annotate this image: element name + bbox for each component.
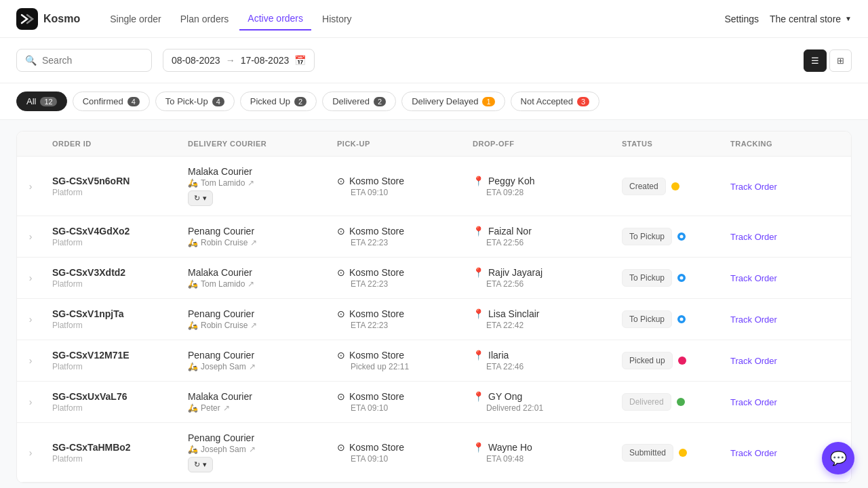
status-dot [677,398,685,406]
nav-plan-orders[interactable]: Plan orders [172,8,237,30]
dropoff-name: 📍 Rajiv Jayaraj [473,267,606,278]
track-order-link[interactable]: Track Order [730,448,777,458]
th-courier: DELIVERY COURIER [180,140,329,148]
courier-person: 🛵 Peter ↗ [188,403,321,413]
filter-tab-topickup[interactable]: To Pick-Up 4 [155,92,235,111]
row-SG-CSxUxVaL76[interactable]: › SG-CSxUxVaL76 Platform Malaka Courier … [17,382,851,422]
row-expand-icon[interactable]: › [17,231,44,242]
track-order-link[interactable]: Track Order [730,314,777,325]
row-expand-icon[interactable]: › [17,181,44,192]
filter-notaccepted-count: 3 [577,97,589,106]
table-row: › SG-CSxV5n6oRN Platform Malaka Courier … [17,157,851,216]
courier-person-icon: 🛵 [188,279,198,289]
list-view-button[interactable]: ☰ [804,49,827,72]
track-order-link[interactable]: Track Order [730,397,777,407]
row-expand-icon[interactable]: › [17,272,44,283]
track-order-link[interactable]: Track Order [730,273,777,283]
row-SG-CSxV4GdXo2[interactable]: › SG-CSxV4GdXo2 Platform Penang Courier … [17,216,851,257]
external-link-icon[interactable]: ↗ [249,362,256,371]
settings-link[interactable]: Settings [724,14,759,24]
order-id-cell: SG-CSxTaHMBo2 Platform [44,442,180,464]
external-link-icon[interactable]: ↗ [249,445,256,454]
chat-button[interactable]: 💬 [822,442,854,474]
status-cell: Submitted [614,444,722,462]
filter-delivered-count: 2 [374,97,386,106]
external-link-icon[interactable]: ↗ [223,403,230,413]
order-sub: Platform [52,321,172,330]
row-expand-icon[interactable]: › [17,396,44,407]
row-expand-icon[interactable]: › [17,314,44,325]
courier-cell: Penang Courier 🛵 Robin Cruise ↗ [180,226,329,247]
dropoff-cell: 📍 Peggy Koh ETA 09:28 [465,176,614,197]
order-sub: Platform [52,454,172,464]
row-SG-CSxV12M71E[interactable]: › SG-CSxV12M71E Platform Penang Courier … [17,340,851,381]
external-link-icon[interactable]: ↗ [248,178,254,188]
track-order-link[interactable]: Track Order [730,232,777,242]
order-id: SG-CSxUxVaL76 [52,391,172,402]
sync-button[interactable]: ↻ ▾ [188,457,213,472]
table-row: › SG-CSxV4GdXo2 Platform Penang Courier … [17,216,851,258]
row-expand-icon[interactable]: › [17,447,44,458]
search-input[interactable] [42,55,143,66]
external-link-icon[interactable]: ↗ [248,279,254,289]
status-badge: To Pickup [622,310,672,328]
th-status: STATUS [614,140,722,148]
dropoff-cell: 📍 Wayne Ho ETA 09:48 [465,442,614,464]
filter-notaccepted-label: Not Accepted [521,96,573,106]
date-range[interactable]: 08-08-2023 → 17-08-2023 📅 [163,49,315,72]
tracking-cell: Track Order [722,231,831,242]
filter-tab-pickedup[interactable]: Picked Up 2 [240,92,317,111]
row-SG-CSxTaHMBo2[interactable]: › SG-CSxTaHMBo2 Platform Penang Courier … [17,423,851,482]
grid-view-button[interactable]: ⊞ [829,49,852,72]
status-badge: To Pickup [622,228,672,245]
filter-all-count: 12 [40,97,56,106]
pickup-cell: ⊙ Kosmo Store Picked up 22:11 [329,350,465,371]
row-SG-CSxV3Xdtd2[interactable]: › SG-CSxV3Xdtd2 Platform Malaka Courier … [17,258,851,298]
filter-tab-confirmed[interactable]: Confirmed 4 [73,92,150,111]
filter-tab-delayed[interactable]: Delivery Delayed 1 [401,92,505,111]
track-order-link[interactable]: Track Order [730,356,777,366]
filter-tab-delivered[interactable]: Delivered 2 [322,92,396,111]
dropoff-name: 📍 Ilaria [473,350,606,361]
sync-button[interactable]: ↻ ▾ [188,190,213,206]
courier-person-icon: 🛵 [188,238,198,247]
status-dot [677,315,686,323]
nav-single-order[interactable]: Single order [102,8,170,30]
courier-person: 🛵 Robin Cruise ↗ [188,321,321,330]
row-SG-CSxV5n6oRN[interactable]: › SG-CSxV5n6oRN Platform Malaka Courier … [17,157,851,216]
row-SG-CSxV1npjTa[interactable]: › SG-CSxV1npjTa Platform Penang Courier … [17,299,851,340]
status-cell: Created [614,178,722,195]
dropoff-cell: 📍 Lisa Sinclair ETA 22:42 [465,308,614,330]
store-selector[interactable]: The central store ▼ [770,14,852,24]
status-badge: Created [622,178,666,195]
table-container: ORDER ID DELIVERY COURIER PICK-UP DROP-O… [0,131,868,488]
courier-person-icon: 🛵 [188,178,198,188]
nav-active-orders[interactable]: Active orders [239,7,311,30]
tracking-cell: Track Order [722,396,831,407]
dropoff-cell: 📍 Rajiv Jayaraj ETA 22:56 [465,267,614,289]
filter-topickup-count: 4 [212,97,224,106]
filter-all-label: All [26,96,36,106]
filter-tabs: All 12 Confirmed 4 To Pick-Up 4 Picked U… [0,83,868,120]
track-order-link[interactable]: Track Order [730,182,777,192]
pickup-eta: ETA 22:23 [337,321,456,330]
filter-tab-notaccepted[interactable]: Not Accepted 3 [511,92,599,111]
status-dot [679,449,687,457]
filter-tab-all[interactable]: All 12 [16,92,67,111]
toolbar: 🔍 08-08-2023 → 17-08-2023 📅 ☰ ⊞ [0,38,868,83]
external-link-icon[interactable]: ↗ [250,238,257,247]
courier-cell: Penang Courier 🛵 Robin Cruise ↗ [180,308,329,330]
filter-delayed-label: Delivery Delayed [412,96,478,106]
pickup-cell: ⊙ Kosmo Store ETA 09:10 [329,391,465,413]
dropoff-eta: ETA 22:46 [473,362,606,371]
external-link-icon[interactable]: ↗ [250,321,257,330]
courier-person-icon: 🛵 [188,362,198,371]
store-name: The central store [770,14,841,24]
courier-cell: Malaka Courier 🛵 Peter ↗ [180,391,329,413]
nav-history[interactable]: History [314,8,360,30]
status-cell: To Pickup [614,310,722,328]
pickup-cell: ⊙ Kosmo Store ETA 22:23 [329,267,465,289]
status-cell: Picked up [614,352,722,369]
sync-chevron: ▾ [203,460,207,469]
row-expand-icon[interactable]: › [17,355,44,366]
